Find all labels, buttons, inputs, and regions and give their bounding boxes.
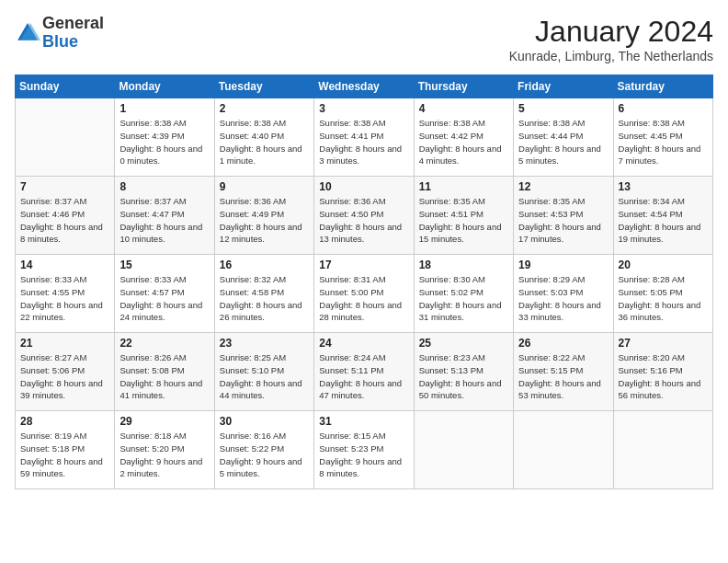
day-cell: 23Sunrise: 8:25 AMSunset: 5:10 PMDayligh…	[214, 333, 313, 411]
day-number: 14	[20, 259, 109, 271]
col-header-monday: Monday	[115, 75, 214, 98]
day-number: 13	[619, 180, 708, 193]
col-header-wednesday: Wednesday	[314, 75, 414, 98]
day-cell	[613, 411, 712, 489]
day-number: 18	[419, 259, 508, 271]
day-number: 5	[518, 102, 608, 115]
day-number: 22	[119, 337, 209, 350]
day-number: 31	[319, 415, 408, 428]
day-info: Sunrise: 8:18 AMSunset: 5:20 PMDaylight:…	[119, 430, 209, 480]
day-info: Sunrise: 8:20 AMSunset: 5:16 PMDaylight:…	[619, 351, 708, 402]
day-cell: 1Sunrise: 8:38 AMSunset: 4:39 PMDaylight…	[115, 98, 214, 177]
day-cell: 27Sunrise: 8:20 AMSunset: 5:16 PMDayligh…	[613, 333, 712, 411]
day-info: Sunrise: 8:29 AMSunset: 5:03 PMDaylight:…	[518, 273, 608, 324]
day-number: 3	[319, 102, 408, 115]
day-info: Sunrise: 8:22 AMSunset: 5:15 PMDaylight:…	[518, 351, 608, 402]
day-info: Sunrise: 8:19 AMSunset: 5:18 PMDaylight:…	[20, 430, 109, 480]
day-info: Sunrise: 8:28 AMSunset: 5:05 PMDaylight:…	[619, 273, 708, 324]
month-title: January 2024	[509, 15, 713, 49]
week-row-4: 21Sunrise: 8:27 AMSunset: 5:06 PMDayligh…	[16, 333, 713, 411]
day-cell: 15Sunrise: 8:33 AMSunset: 4:57 PMDayligh…	[115, 255, 214, 333]
day-cell: 10Sunrise: 8:36 AMSunset: 4:50 PMDayligh…	[314, 177, 414, 255]
day-cell: 5Sunrise: 8:38 AMSunset: 4:44 PMDaylight…	[514, 98, 613, 177]
day-info: Sunrise: 8:16 AMSunset: 5:22 PMDaylight:…	[220, 430, 309, 480]
day-info: Sunrise: 8:38 AMSunset: 4:41 PMDaylight:…	[319, 117, 408, 167]
title-block: January 2024 Kunrade, Limburg, The Nethe…	[509, 15, 713, 63]
day-number: 16	[220, 259, 309, 271]
day-info: Sunrise: 8:15 AMSunset: 5:23 PMDaylight:…	[319, 430, 408, 480]
day-cell: 4Sunrise: 8:38 AMSunset: 4:42 PMDaylight…	[414, 98, 513, 177]
day-info: Sunrise: 8:25 AMSunset: 5:10 PMDaylight:…	[220, 351, 309, 402]
day-cell: 9Sunrise: 8:36 AMSunset: 4:49 PMDaylight…	[214, 177, 313, 255]
day-cell: 17Sunrise: 8:31 AMSunset: 5:00 PMDayligh…	[314, 255, 414, 333]
day-info: Sunrise: 8:23 AMSunset: 5:13 PMDaylight:…	[419, 351, 508, 402]
day-number: 9	[220, 180, 309, 193]
day-info: Sunrise: 8:38 AMSunset: 4:42 PMDaylight:…	[419, 117, 508, 167]
day-cell: 28Sunrise: 8:19 AMSunset: 5:18 PMDayligh…	[16, 411, 115, 489]
day-cell: 2Sunrise: 8:38 AMSunset: 4:40 PMDaylight…	[214, 98, 313, 177]
week-row-5: 28Sunrise: 8:19 AMSunset: 5:18 PMDayligh…	[16, 411, 713, 489]
day-cell: 6Sunrise: 8:38 AMSunset: 4:45 PMDaylight…	[613, 98, 712, 177]
day-info: Sunrise: 8:37 AMSunset: 4:46 PMDaylight:…	[20, 195, 109, 246]
day-cell: 11Sunrise: 8:35 AMSunset: 4:51 PMDayligh…	[414, 177, 513, 255]
day-number: 28	[20, 415, 109, 428]
day-number: 27	[619, 337, 708, 350]
day-cell: 7Sunrise: 8:37 AMSunset: 4:46 PMDaylight…	[16, 177, 115, 255]
day-number: 21	[20, 337, 109, 350]
day-cell: 8Sunrise: 8:37 AMSunset: 4:47 PMDaylight…	[115, 177, 214, 255]
day-cell	[514, 411, 613, 489]
day-cell: 30Sunrise: 8:16 AMSunset: 5:22 PMDayligh…	[214, 411, 313, 489]
day-info: Sunrise: 8:31 AMSunset: 5:00 PMDaylight:…	[319, 273, 408, 324]
page-header: General Blue January 2024 Kunrade, Limbu…	[15, 15, 713, 63]
day-number: 11	[419, 180, 508, 193]
day-info: Sunrise: 8:24 AMSunset: 5:11 PMDaylight:…	[319, 351, 408, 402]
day-info: Sunrise: 8:38 AMSunset: 4:40 PMDaylight:…	[220, 117, 309, 167]
header-row: SundayMondayTuesdayWednesdayThursdayFrid…	[16, 75, 713, 98]
day-info: Sunrise: 8:26 AMSunset: 5:08 PMDaylight:…	[119, 351, 209, 402]
day-number: 10	[319, 180, 408, 193]
day-cell: 19Sunrise: 8:29 AMSunset: 5:03 PMDayligh…	[514, 255, 613, 333]
day-number: 23	[220, 337, 309, 350]
day-number: 20	[619, 259, 708, 271]
day-number: 30	[220, 415, 309, 428]
week-row-2: 7Sunrise: 8:37 AMSunset: 4:46 PMDaylight…	[16, 177, 713, 255]
day-info: Sunrise: 8:36 AMSunset: 4:50 PMDaylight:…	[319, 195, 408, 246]
day-cell: 24Sunrise: 8:24 AMSunset: 5:11 PMDayligh…	[314, 333, 414, 411]
day-number: 29	[119, 415, 209, 428]
day-info: Sunrise: 8:38 AMSunset: 4:45 PMDaylight:…	[619, 117, 708, 167]
day-number: 15	[119, 259, 209, 271]
logo-text: General Blue	[42, 15, 104, 52]
day-info: Sunrise: 8:30 AMSunset: 5:02 PMDaylight:…	[419, 273, 508, 324]
day-cell: 20Sunrise: 8:28 AMSunset: 5:05 PMDayligh…	[613, 255, 712, 333]
col-header-friday: Friday	[514, 75, 613, 98]
day-info: Sunrise: 8:35 AMSunset: 4:51 PMDaylight:…	[419, 195, 508, 246]
day-info: Sunrise: 8:33 AMSunset: 4:57 PMDaylight:…	[119, 273, 209, 324]
day-cell	[16, 98, 115, 177]
day-cell	[414, 411, 513, 489]
day-number: 24	[319, 337, 408, 350]
col-header-sunday: Sunday	[16, 75, 115, 98]
day-number: 8	[119, 180, 209, 193]
day-cell: 12Sunrise: 8:35 AMSunset: 4:53 PMDayligh…	[514, 177, 613, 255]
day-cell: 13Sunrise: 8:34 AMSunset: 4:54 PMDayligh…	[613, 177, 712, 255]
day-cell: 25Sunrise: 8:23 AMSunset: 5:13 PMDayligh…	[414, 333, 513, 411]
day-cell: 31Sunrise: 8:15 AMSunset: 5:23 PMDayligh…	[314, 411, 414, 489]
day-info: Sunrise: 8:36 AMSunset: 4:49 PMDaylight:…	[220, 195, 309, 246]
day-info: Sunrise: 8:38 AMSunset: 4:39 PMDaylight:…	[119, 117, 209, 167]
col-header-saturday: Saturday	[613, 75, 712, 98]
day-cell: 3Sunrise: 8:38 AMSunset: 4:41 PMDaylight…	[314, 98, 414, 177]
day-info: Sunrise: 8:38 AMSunset: 4:44 PMDaylight:…	[518, 117, 608, 167]
calendar-table: SundayMondayTuesdayWednesdayThursdayFrid…	[15, 75, 713, 489]
day-cell: 21Sunrise: 8:27 AMSunset: 5:06 PMDayligh…	[16, 333, 115, 411]
day-cell: 18Sunrise: 8:30 AMSunset: 5:02 PMDayligh…	[414, 255, 513, 333]
day-cell: 29Sunrise: 8:18 AMSunset: 5:20 PMDayligh…	[115, 411, 214, 489]
location: Kunrade, Limburg, The Netherlands	[509, 49, 713, 63]
day-info: Sunrise: 8:35 AMSunset: 4:53 PMDaylight:…	[518, 195, 608, 246]
day-number: 17	[319, 259, 408, 271]
logo: General Blue	[15, 15, 104, 52]
logo-icon	[15, 20, 40, 46]
week-row-3: 14Sunrise: 8:33 AMSunset: 4:55 PMDayligh…	[16, 255, 713, 333]
day-number: 4	[419, 102, 508, 115]
day-number: 12	[518, 180, 608, 193]
col-header-thursday: Thursday	[414, 75, 513, 98]
